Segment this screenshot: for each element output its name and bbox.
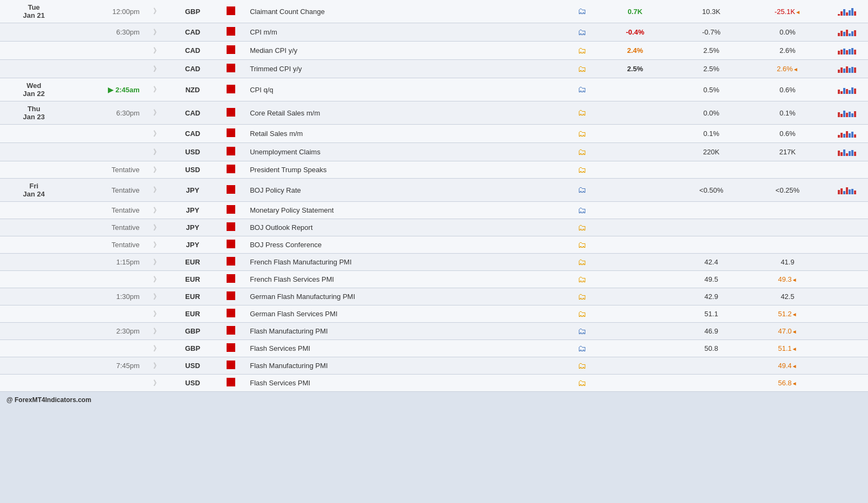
actual-value-cell [597, 340, 673, 357]
event-name-cell[interactable]: Trimmed CPI y/y [245, 60, 568, 78]
chart-cell[interactable] [825, 0, 868, 23]
bell-cell[interactable]: 》 [144, 271, 169, 288]
bell-cell[interactable]: 》 [144, 323, 169, 340]
impact-cell [216, 340, 245, 357]
chart-cell[interactable] [825, 143, 868, 161]
event-name-cell[interactable]: Median CPI y/y [245, 42, 568, 60]
event-name-cell[interactable]: BOJ Policy Rate [245, 179, 568, 202]
folder-cell[interactable]: 🗂 [568, 179, 597, 202]
chart-cell[interactable] [825, 236, 868, 254]
chart-cell[interactable] [825, 357, 868, 375]
event-name-cell[interactable]: Unemployment Claims [245, 143, 568, 161]
date-cell [0, 305, 68, 323]
bell-cell[interactable]: 》 [144, 179, 169, 202]
chart-cell[interactable] [825, 219, 868, 236]
event-name-cell[interactable]: Retail Sales m/m [245, 125, 568, 143]
bell-cell[interactable]: 》 [144, 60, 169, 78]
bell-cell[interactable]: 》 [144, 0, 169, 23]
folder-cell[interactable]: 🗂 [568, 42, 597, 60]
folder-cell[interactable]: 🗂 [568, 375, 597, 392]
bell-cell[interactable]: 》 [144, 101, 169, 125]
event-name-cell[interactable]: Flash Manufacturing PMI [245, 323, 568, 340]
folder-cell[interactable]: 🗂 [568, 219, 597, 236]
bell-cell[interactable]: 》 [144, 236, 169, 254]
folder-cell[interactable]: 🗂 [568, 143, 597, 161]
chart-cell[interactable] [825, 202, 868, 219]
folder-cell[interactable]: 🗂 [568, 23, 597, 42]
event-name-cell[interactable]: Core Retail Sales m/m [245, 101, 568, 125]
event-name-cell[interactable]: BOJ Press Conference [245, 236, 568, 254]
previous-value-cell: -25.1K◄ [749, 0, 825, 23]
bell-cell[interactable]: 》 [144, 305, 169, 323]
event-name-cell[interactable]: Claimant Count Change [245, 0, 568, 23]
impact-cell [216, 357, 245, 375]
folder-cell[interactable]: 🗂 [568, 0, 597, 23]
chart-cell[interactable] [825, 179, 868, 202]
folder-cell[interactable]: 🗂 [568, 288, 597, 305]
impact-cell [216, 219, 245, 236]
chart-cell[interactable] [825, 42, 868, 60]
chart-cell[interactable] [825, 125, 868, 143]
event-name-cell[interactable]: CPI m/m [245, 23, 568, 42]
forecast-value-cell [673, 202, 749, 219]
event-name-cell[interactable]: French Flash Manufacturing PMI [245, 254, 568, 271]
chart-cell[interactable] [825, 23, 868, 42]
chart-cell[interactable] [825, 340, 868, 357]
event-name-cell[interactable]: French Flash Services PMI [245, 271, 568, 288]
folder-cell[interactable]: 🗂 [568, 254, 597, 271]
event-name-cell[interactable]: Flash Manufacturing PMI [245, 357, 568, 375]
chart-cell[interactable] [825, 288, 868, 305]
event-name-cell[interactable]: Monetary Policy Statement [245, 202, 568, 219]
event-name-cell[interactable]: President Trump Speaks [245, 161, 568, 179]
bell-cell[interactable]: 》 [144, 288, 169, 305]
bell-cell[interactable]: 》 [144, 161, 169, 179]
forecast-value-cell: 0.1% [673, 125, 749, 143]
folder-cell[interactable]: 🗂 [568, 202, 597, 219]
actual-value-cell [597, 375, 673, 392]
chart-cell[interactable] [825, 271, 868, 288]
bell-cell[interactable]: 》 [144, 143, 169, 161]
previous-value-cell: 2.6% [749, 42, 825, 60]
bell-cell[interactable]: 》 [144, 219, 169, 236]
folder-cell[interactable]: 🗂 [568, 161, 597, 179]
bell-cell[interactable]: 》 [144, 254, 169, 271]
event-name-cell[interactable]: CPI q/q [245, 78, 568, 101]
event-name-cell[interactable]: German Flash Manufacturing PMI [245, 288, 568, 305]
currency-cell: EUR [169, 254, 216, 271]
bell-cell[interactable]: 》 [144, 375, 169, 392]
event-name-cell[interactable]: German Flash Services PMI [245, 305, 568, 323]
bell-cell[interactable]: 》 [144, 202, 169, 219]
folder-cell[interactable]: 🗂 [568, 323, 597, 340]
chart-cell[interactable] [825, 254, 868, 271]
actual-value-cell [597, 288, 673, 305]
folder-cell[interactable]: 🗂 [568, 357, 597, 375]
folder-cell[interactable]: 🗂 [568, 236, 597, 254]
folder-cell[interactable]: 🗂 [568, 78, 597, 101]
event-name-cell[interactable]: Flash Services PMI [245, 340, 568, 357]
chart-cell[interactable] [825, 161, 868, 179]
chart-cell[interactable] [825, 323, 868, 340]
chart-cell[interactable] [825, 375, 868, 392]
impact-cell [216, 78, 245, 101]
bell-cell[interactable]: 》 [144, 23, 169, 42]
impact-cell [216, 23, 245, 42]
folder-cell[interactable]: 🗂 [568, 305, 597, 323]
chart-cell[interactable] [825, 78, 868, 101]
chart-cell[interactable] [825, 101, 868, 125]
bell-cell[interactable]: 》 [144, 42, 169, 60]
folder-cell[interactable]: 🗂 [568, 101, 597, 125]
bell-cell[interactable]: 》 [144, 340, 169, 357]
folder-cell[interactable]: 🗂 [568, 340, 597, 357]
chart-cell[interactable] [825, 60, 868, 78]
folder-cell[interactable]: 🗂 [568, 271, 597, 288]
bell-cell[interactable]: 》 [144, 78, 169, 101]
chart-cell[interactable] [825, 305, 868, 323]
folder-cell[interactable]: 🗂 [568, 60, 597, 78]
forecast-value-cell: 51.1 [673, 305, 749, 323]
previous-value-cell: 0.1% [749, 101, 825, 125]
bell-cell[interactable]: 》 [144, 125, 169, 143]
bell-cell[interactable]: 》 [144, 357, 169, 375]
folder-cell[interactable]: 🗂 [568, 125, 597, 143]
event-name-cell[interactable]: BOJ Outlook Report [245, 219, 568, 236]
event-name-cell[interactable]: Flash Services PMI [245, 375, 568, 392]
